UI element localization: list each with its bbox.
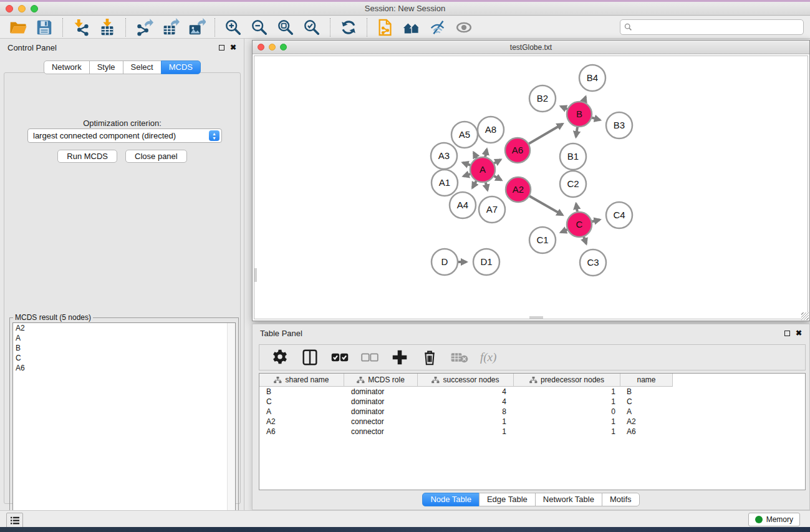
tab-style[interactable]: Style [89,60,123,74]
graph-node-C2[interactable]: C2 [560,171,586,197]
function-builder-icon[interactable]: f(x) [480,351,496,364]
open-session-icon[interactable] [9,18,27,37]
column-header-shared-name[interactable]: shared name [259,374,344,386]
table-cell[interactable]: dominator [344,397,418,407]
zoom-in-icon[interactable] [224,18,243,37]
mcds-result-item[interactable]: C [13,353,235,363]
mcds-result-list[interactable]: A2ABCA6 [12,322,236,526]
graph-edge-C-C2[interactable] [576,204,577,212]
graph-edge-A-A1[interactable] [463,174,470,177]
graph-node-B[interactable]: B [567,102,592,127]
column-header-successor-nodes[interactable]: successor nodes [418,374,514,386]
table-cell[interactable]: 0 [514,407,620,417]
table-cell[interactable]: A [620,407,673,417]
table-cell[interactable]: A2 [259,417,344,427]
graph-edge-C-C4[interactable] [592,220,599,221]
select-all-icon[interactable] [330,348,349,367]
table-cell[interactable]: 1 [514,427,620,437]
import-table-icon[interactable] [98,18,117,37]
mcds-result-item[interactable]: B [13,343,235,353]
export-image-icon[interactable] [187,18,206,37]
zoom-out-icon[interactable] [250,18,269,37]
table-cell[interactable]: dominator [344,387,418,397]
table-cell[interactable]: dominator [344,407,418,417]
search-box[interactable] [620,19,804,35]
import-network-icon[interactable] [72,18,90,37]
tab-mcds[interactable]: MCDS [161,60,201,74]
table-cell[interactable]: 1 [418,427,514,437]
new-network-from-file-icon[interactable] [376,18,395,37]
table-row[interactable]: A2connector11A2 [259,417,673,427]
table-cell[interactable]: A6 [620,427,673,437]
table-cell[interactable]: connector [344,427,418,437]
graph-edge-A-A3[interactable] [463,163,470,165]
tab-motifs[interactable]: Motifs [602,493,640,506]
float-panel-icon[interactable] [784,331,790,336]
graph-edge-A-A5[interactable] [474,152,477,158]
table-cell[interactable]: 1 [514,397,620,407]
close-panel-button[interactable]: Close panel [125,150,187,163]
memory-button[interactable]: Memory [748,513,800,526]
tab-network[interactable]: Network [44,60,90,74]
table-row[interactable]: Adominator80A [259,407,673,417]
table-cell[interactable]: B [620,387,673,397]
graph-node-A2[interactable]: A2 [506,177,531,202]
table-cell[interactable]: A6 [259,427,344,437]
column-header-name[interactable]: name [620,374,673,386]
graph-node-A4[interactable]: A4 [450,192,476,218]
table-cell[interactable]: 1 [514,417,620,427]
delete-column-icon[interactable] [420,348,439,367]
table-cell[interactable]: connector [344,417,418,427]
zoom-selected-icon[interactable] [302,18,321,37]
table-cell[interactable]: A [259,407,344,417]
network-close-button[interactable] [258,44,264,51]
deselect-all-icon[interactable] [360,348,379,367]
tab-node-table[interactable]: Node Table [422,493,480,506]
resize-grip-icon[interactable] [801,312,809,320]
close-panel-icon[interactable]: ✖ [230,45,236,51]
graph-node-D1[interactable]: D1 [473,249,499,275]
node-table[interactable]: shared nameMCDS rolesuccessor nodesprede… [259,373,806,490]
maximize-window-button[interactable] [31,5,38,12]
graph-node-B3[interactable]: B3 [606,112,632,138]
optimization-criterion-dropdown[interactable]: largest connected component (directed) ▲… [27,128,222,143]
table-cell[interactable]: B [259,387,344,397]
float-panel-icon[interactable] [219,45,224,51]
graph-node-A5[interactable]: A5 [451,122,478,148]
result-scrollbar[interactable] [227,323,235,526]
graph-edge-A-A8[interactable] [485,149,486,157]
graph-node-A3[interactable]: A3 [431,143,457,169]
mcds-result-item[interactable]: A6 [13,363,235,373]
graph-node-D[interactable]: D [432,249,458,275]
run-mcds-button[interactable]: Run MCDS [57,150,117,163]
tab-network-table[interactable]: Network Table [535,493,602,506]
graph-node-A7[interactable]: A7 [479,196,505,223]
graph-edge-A-A6[interactable] [494,160,501,163]
home-views-icon[interactable] [402,18,421,37]
graph-edge-B-B4[interactable] [584,97,586,102]
save-session-icon[interactable] [35,18,54,37]
table-cell[interactable]: 8 [418,407,514,417]
close-panel-icon[interactable]: ✖ [796,331,802,336]
split-columns-icon[interactable] [301,348,319,367]
export-table-icon[interactable] [161,18,180,37]
table-cell[interactable]: 1 [514,387,620,397]
graph-edge-B-B3[interactable] [592,118,600,120]
graph-edge-B-B1[interactable] [576,127,577,137]
minimize-window-button[interactable] [18,5,26,12]
graph-edge-A-A4[interactable] [473,181,476,188]
table-cell[interactable]: 1 [418,417,514,427]
graph-node-C3[interactable]: C3 [580,249,606,276]
table-cell[interactable]: C [259,397,344,407]
graph-node-B4[interactable]: B4 [579,65,605,91]
table-row[interactable]: Cdominator41C [259,397,673,407]
column-header-predecessor-nodes[interactable]: predecessor nodes [514,374,620,386]
horizontal-scroll-indicator[interactable] [529,316,543,319]
graph-node-C1[interactable]: C1 [529,227,556,253]
delete-table-icon[interactable] [450,348,469,367]
graph-edge-C-C1[interactable] [561,230,567,232]
graph-node-A1[interactable]: A1 [432,170,458,196]
graph-edge-A2-C[interactable] [529,196,562,215]
network-window-titlebar[interactable]: testGlobe.txt [253,41,809,54]
vertical-scroll-indicator[interactable] [254,268,257,282]
